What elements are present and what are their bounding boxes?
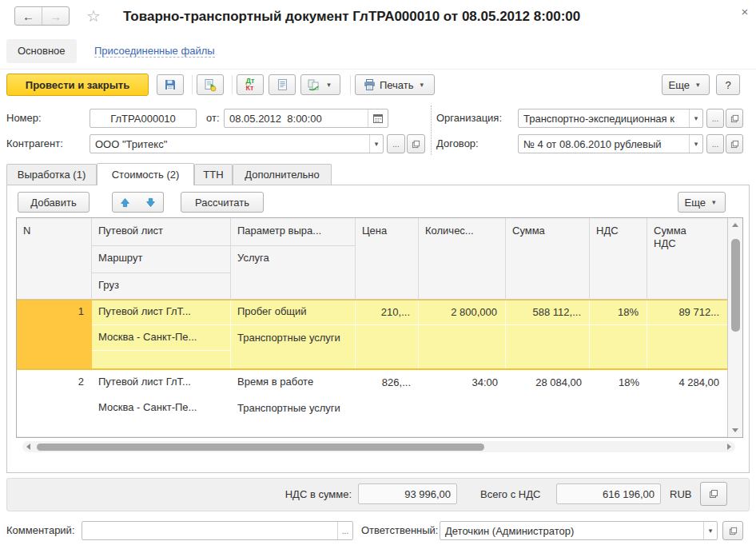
post-document-button[interactable] — [197, 74, 224, 95]
quantity-cell[interactable]: 34:00 — [419, 370, 506, 437]
waybill-cell[interactable]: Путевой лист ГлТ... Москва - Санкт-Пе... — [92, 370, 231, 437]
column-header-n[interactable]: N — [17, 218, 92, 300]
vat-amount-cell[interactable]: 4 284,00 — [647, 370, 727, 437]
parameter-cell[interactable]: Время в работе Транспортные услуги — [231, 370, 356, 437]
fields-splitter[interactable] — [431, 105, 432, 155]
column-header-quantity[interactable]: Количес... — [419, 218, 506, 300]
post-and-close-button[interactable]: Провести и закрыть — [6, 74, 149, 96]
create-based-on-button[interactable]: ▾ — [300, 74, 340, 95]
table-row[interactable]: 1 Путевой лист ГлТ... Москва - Санкт-Пе.… — [17, 300, 727, 370]
print-button[interactable]: Печать ▾ — [355, 74, 435, 95]
help-icon: ? — [725, 79, 730, 91]
print-icon — [363, 78, 376, 91]
table-row[interactable]: 2 Путевой лист ГлТ... Москва - Санкт-Пе.… — [17, 370, 727, 437]
organization-input[interactable]: Транспортно-экспедиционная к ▾ — [518, 109, 703, 128]
row-number-cell[interactable]: 2 — [17, 370, 92, 437]
price-cell[interactable]: 210,... — [356, 300, 419, 368]
comment-input[interactable]: ... — [82, 521, 353, 540]
responsible-dropdown-button[interactable]: ▾ — [703, 522, 717, 539]
horizontal-scrollbar[interactable] — [22, 441, 735, 452]
forward-icon: → — [50, 10, 62, 23]
column-header-cargo[interactable]: Груз — [92, 273, 231, 300]
tab-ttn[interactable]: ТТН — [194, 164, 233, 185]
contract-open-button[interactable] — [726, 134, 743, 153]
back-icon: ← — [22, 10, 34, 23]
help-button[interactable]: ? — [716, 74, 740, 95]
column-header-route[interactable]: Маршрут — [92, 245, 231, 273]
save-button[interactable] — [157, 74, 184, 95]
move-up-button[interactable] — [112, 192, 138, 213]
contractor-input[interactable]: ООО "Тритекс" ▾ — [90, 134, 384, 153]
close-icon: × — [742, 5, 749, 18]
responsible-input[interactable]: Деточкин (Администратор) ▾ — [440, 521, 718, 540]
scroll-right-icon[interactable] — [727, 444, 731, 450]
scroll-left-icon[interactable] — [26, 444, 30, 450]
tab-vyrabotka[interactable]: Выработка (1) — [6, 164, 97, 185]
currency-open-button[interactable] — [700, 482, 727, 506]
column-header-price[interactable]: Цена — [356, 218, 419, 300]
responsible-open-button[interactable] — [722, 521, 743, 540]
date-input[interactable]: 08.05.2012 8:00:00 — [224, 109, 388, 128]
organization-label: Организация: — [436, 109, 502, 128]
horizontal-scrollbar-thumb[interactable] — [37, 444, 484, 451]
tab-attached-files[interactable]: Присоединенные файлы — [94, 39, 215, 63]
grand-total-label: Всего с НДС — [480, 488, 540, 500]
contract-dropdown-button[interactable]: ▾ — [689, 135, 702, 153]
vat-cell[interactable]: 18% — [590, 370, 647, 437]
contract-select-button[interactable]: ... — [706, 134, 724, 153]
scroll-up-icon[interactable] — [732, 223, 738, 227]
add-row-label: Добавить — [30, 197, 76, 209]
nav-history-group: ← → — [14, 6, 70, 26]
row-number-cell[interactable]: 1 — [17, 300, 92, 368]
more-button[interactable]: Еще ▾ — [662, 74, 710, 95]
column-header-amount[interactable]: Сумма — [506, 218, 590, 300]
add-row-button[interactable]: Добавить — [18, 192, 90, 213]
organization-dropdown-button[interactable]: ▾ — [689, 109, 702, 127]
table-header: N Путевой лист Маршрут Груз Параметр выр… — [17, 218, 727, 300]
ellipsis-icon: ... — [392, 140, 399, 149]
calendar-button[interactable] — [368, 109, 388, 127]
scroll-down-icon[interactable] — [732, 428, 738, 432]
organization-open-button[interactable] — [726, 109, 743, 128]
vat-amount-cell[interactable]: 89 712... — [647, 300, 727, 368]
move-down-button[interactable] — [137, 192, 164, 213]
parameter-cell[interactable]: Пробег общий Транспортные услуги — [231, 300, 356, 368]
column-header-vat-amount[interactable]: Сумма НДС — [654, 225, 698, 250]
document-structure-button[interactable] — [269, 74, 296, 95]
vertical-scrollbar-thumb[interactable] — [731, 239, 740, 332]
tab-dopolnitelno[interactable]: Дополнительно — [233, 164, 332, 185]
column-header-waybill[interactable]: Путевой лист — [92, 218, 231, 245]
contractor-select-button[interactable]: ... — [387, 134, 405, 153]
vat-cell[interactable]: 18% — [590, 300, 647, 368]
close-button[interactable]: × — [737, 4, 753, 20]
grand-total-value: 616 196,00 — [603, 488, 655, 500]
contract-input[interactable]: № 4 от 08.06.2010 рублевый ▾ — [518, 134, 703, 153]
toolbar-separator — [192, 75, 193, 94]
open-icon — [730, 114, 739, 123]
show-postings-button[interactable]: ДтКт — [237, 74, 264, 95]
tab-main[interactable]: Основное — [6, 39, 77, 63]
column-header-vat[interactable]: НДС — [590, 218, 647, 300]
arrow-up-icon — [120, 197, 130, 208]
contractor-dropdown-button[interactable]: ▾ — [369, 135, 383, 153]
table-more-button[interactable]: Еще ▾ — [678, 192, 726, 213]
quantity-cell[interactable]: 2 800,000 — [419, 300, 506, 368]
favorites-button[interactable]: ☆ — [83, 6, 104, 26]
tab-stoimost[interactable]: Стоимость (2) — [97, 163, 194, 185]
chevron-down-icon: ▾ — [691, 114, 702, 122]
forward-button[interactable]: → — [42, 7, 69, 25]
comment-expand-button[interactable]: ... — [337, 522, 352, 539]
organization-select-button[interactable]: ... — [706, 109, 724, 128]
amount-cell[interactable]: 588 112,... — [506, 300, 590, 368]
column-header-service[interactable]: Услуга — [231, 245, 356, 300]
waybill-cell[interactable]: Путевой лист ГлТ... Москва - Санкт-Пе... — [92, 300, 231, 368]
price-cell[interactable]: 826,... — [356, 370, 419, 437]
amount-cell[interactable]: 28 084,00 — [506, 370, 590, 437]
contractor-open-button[interactable] — [407, 134, 425, 153]
number-input[interactable]: ГлТРА000010 — [90, 109, 197, 128]
back-button[interactable]: ← — [15, 7, 42, 25]
vertical-scrollbar[interactable] — [727, 218, 742, 437]
column-header-parameter[interactable]: Параметр выра... — [231, 218, 356, 245]
waybill-value: Путевой лист ГлТ... — [98, 305, 191, 317]
calculate-button[interactable]: Рассчитать — [181, 192, 264, 213]
